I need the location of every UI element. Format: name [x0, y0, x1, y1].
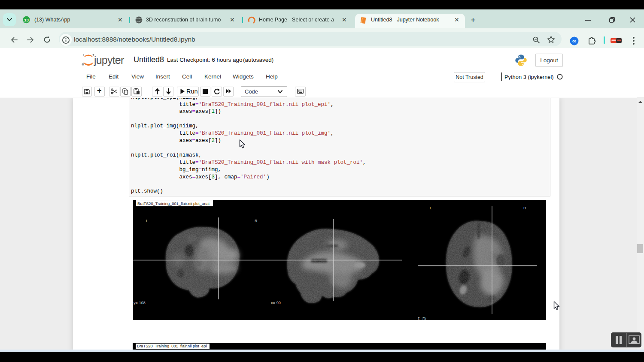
svg-text:x=-90: x=-90: [271, 301, 281, 305]
svg-text:L: L: [146, 219, 148, 223]
svg-text:L: L: [430, 206, 432, 210]
svg-text:13: 13: [24, 18, 29, 22]
svg-text:y=-108: y=-108: [134, 301, 146, 305]
svg-text:BraTS20_Training_001_flair.nii: BraTS20_Training_001_flair.nii plot_anat: [137, 202, 210, 206]
svg-text:R: R: [523, 206, 526, 210]
svg-text:∞: ∞: [572, 38, 576, 44]
svg-text:z=75: z=75: [418, 316, 426, 320]
svg-text:R: R: [255, 219, 258, 223]
